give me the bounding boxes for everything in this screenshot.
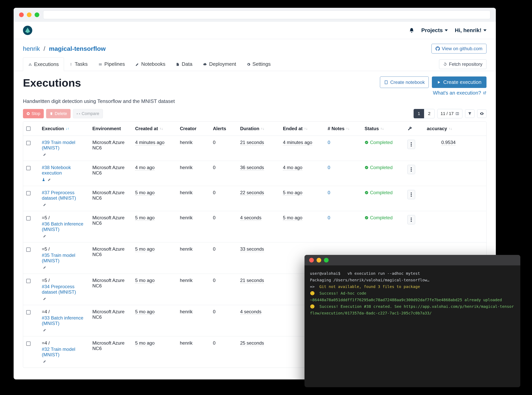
alerts-cell: 0: [210, 136, 237, 161]
column-count-chip[interactable]: 11 / 17: [437, 109, 462, 118]
row-actions-button[interactable]: [407, 165, 415, 174]
breadcrumb-project[interactable]: magical-tensorflow: [49, 45, 106, 52]
duration-cell[interactable]: 4 seconds: [240, 309, 261, 315]
user-menu[interactable]: Hi, henrik!: [455, 27, 487, 33]
row-checkbox[interactable]: [26, 141, 31, 145]
edit-icon[interactable]: [43, 233, 47, 238]
filter-button[interactable]: [465, 109, 474, 118]
bell-icon[interactable]: [409, 28, 414, 33]
duration-cell[interactable]: 22 seconds: [240, 190, 264, 196]
col-status[interactable]: Status↑↓: [361, 122, 404, 136]
created-cell[interactable]: 5 mo ago: [135, 246, 155, 252]
notes-cell[interactable]: 0: [328, 215, 330, 220]
duration-cell[interactable]: 33 seconds: [240, 246, 264, 252]
minimize-window-icon[interactable]: [317, 258, 321, 263]
page-2-button[interactable]: 2: [424, 109, 434, 118]
create-notebook-button[interactable]: Create notebook: [380, 77, 429, 88]
created-cell[interactable]: 5 mo ago: [135, 309, 155, 315]
col-accuracy[interactable]: accuracy↑↓: [424, 122, 459, 136]
maximize-window-icon[interactable]: [324, 258, 329, 263]
col-execution[interactable]: Execution↓↑: [39, 122, 89, 136]
breadcrumb-owner[interactable]: henrik: [23, 45, 40, 52]
logo-icon[interactable]: [23, 26, 32, 35]
duration-cell[interactable]: 25 seconds: [240, 340, 264, 346]
creator-cell: henrik: [177, 242, 210, 274]
close-window-icon[interactable]: [19, 12, 24, 17]
ended-cell[interactable]: 4 minutes ago: [283, 140, 312, 145]
row-checkbox[interactable]: [26, 191, 31, 195]
execution-link[interactable]: #38 Notebook execution: [42, 165, 86, 176]
execution-link[interactable]: #36 Batch inference (MNIST): [42, 221, 86, 232]
create-execution-button[interactable]: Create execution: [432, 77, 487, 88]
page-1-button[interactable]: 1: [414, 109, 424, 118]
edit-icon[interactable]: [43, 264, 47, 270]
notes-cell[interactable]: 0: [328, 140, 330, 145]
edit-icon[interactable]: [43, 327, 47, 332]
edit-icon[interactable]: [43, 296, 47, 301]
col-alerts: Alerts: [210, 122, 237, 136]
ended-cell[interactable]: 5 mo ago: [283, 190, 302, 196]
ended-cell[interactable]: 5 mo ago: [283, 215, 302, 221]
delete-button[interactable]: Delete: [46, 109, 70, 118]
maximize-window-icon[interactable]: [35, 12, 39, 17]
created-cell[interactable]: 5 mo ago: [135, 278, 155, 283]
row-checkbox[interactable]: [26, 166, 31, 170]
created-cell[interactable]: 5 mo ago: [135, 340, 155, 346]
tab-executions[interactable]: Executions: [23, 57, 64, 71]
created-cell[interactable]: 4 minutes ago: [135, 140, 165, 145]
refresh-icon: [443, 62, 447, 66]
row-checkbox[interactable]: [26, 216, 31, 220]
notes-cell[interactable]: 0: [328, 190, 330, 195]
fetch-repo-button[interactable]: Fetch repository: [439, 59, 487, 69]
url-bar[interactable]: [43, 11, 490, 19]
visibility-button[interactable]: [477, 109, 487, 118]
select-all-checkbox[interactable]: [26, 126, 31, 131]
close-window-icon[interactable]: [309, 258, 314, 263]
tab-deployment[interactable]: Deployment: [198, 57, 241, 71]
stop-button[interactable]: Stop: [23, 109, 44, 118]
edit-icon[interactable]: [43, 202, 47, 207]
created-cell[interactable]: 5 mo ago: [135, 215, 155, 221]
execution-link[interactable]: #34 Preprocess dataset (MNIST): [42, 284, 86, 295]
edit-icon[interactable]: [43, 358, 47, 364]
term-success: Success! Ad-hoc code: [319, 291, 366, 296]
execution-link[interactable]: #32 Train model (MNIST): [42, 346, 86, 357]
tab-data[interactable]: Data: [171, 57, 198, 71]
tab-tasks[interactable]: Tasks: [64, 57, 93, 71]
col-ended[interactable]: Ended at↑↓: [280, 122, 325, 136]
row-actions-button[interactable]: [407, 215, 415, 224]
row-checkbox[interactable]: [26, 279, 31, 283]
row-checkbox[interactable]: [26, 341, 31, 346]
help-link[interactable]: What's an execution?: [433, 90, 487, 96]
col-duration[interactable]: Duration↑↓: [237, 122, 280, 136]
col-created[interactable]: Created at↑↓: [132, 122, 177, 136]
tab-pipelines[interactable]: Pipelines: [93, 57, 130, 71]
execution-link[interactable]: #37 Preprocess dataset (MNIST): [42, 190, 86, 201]
view-github-button[interactable]: View on github.com: [431, 44, 487, 54]
pipelines-icon: [98, 61, 102, 67]
check-circle-icon: [365, 141, 368, 144]
ended-cell[interactable]: 4 mo ago: [283, 165, 302, 170]
tab-notebooks[interactable]: Notebooks: [130, 57, 171, 71]
execution-link[interactable]: #39 Train model (MNIST): [42, 140, 86, 151]
duration-cell[interactable]: 36 seconds: [240, 165, 264, 170]
row-checkbox[interactable]: [26, 247, 31, 252]
notes-cell[interactable]: 0: [328, 165, 330, 170]
execution-link[interactable]: #35 Train model (MNIST): [42, 252, 86, 263]
created-cell[interactable]: 5 mo ago: [135, 190, 155, 196]
row-actions-button[interactable]: [407, 190, 415, 199]
col-notes[interactable]: # Notes↑↓: [325, 122, 361, 136]
row-actions-button[interactable]: [407, 140, 415, 149]
execution-link[interactable]: #33 Batch inference (MNIST): [42, 315, 86, 326]
terminal-body[interactable]: user@valohai$ vh execution run --adhoc m…: [305, 265, 520, 321]
row-checkbox[interactable]: [26, 310, 31, 314]
edit-icon[interactable]: [43, 151, 47, 157]
projects-menu[interactable]: Projects: [421, 27, 448, 33]
minimize-window-icon[interactable]: [27, 12, 32, 17]
duration-cell[interactable]: 21 seconds: [240, 278, 264, 283]
created-cell[interactable]: 4 mo ago: [135, 165, 155, 170]
duration-cell[interactable]: 21 seconds: [240, 140, 264, 145]
edit-icon[interactable]: [48, 176, 51, 182]
tab-settings[interactable]: Settings: [241, 57, 276, 71]
duration-cell[interactable]: 4 seconds: [240, 215, 261, 221]
